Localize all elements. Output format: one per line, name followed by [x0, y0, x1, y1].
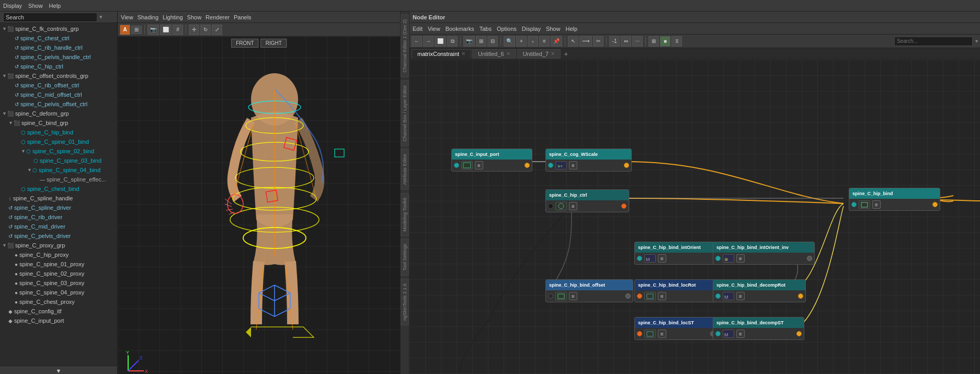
node-port-right[interactable]: [932, 202, 938, 207]
node-hip-bind-offset[interactable]: spine_C_hip_bind_offset ≡: [545, 279, 633, 302]
node-settings[interactable]: ≡: [658, 292, 666, 300]
list-item[interactable]: ▼ ⬛ spine_C_proxy_grp: [0, 241, 117, 250]
ne-toolbar-copy[interactable]: ⧉: [447, 36, 458, 47]
ne-toolbar-connect[interactable]: ⟶: [579, 36, 592, 47]
search-dropdown[interactable]: ▾: [99, 14, 102, 20]
menu-help[interactable]: Help: [49, 3, 61, 9]
toolbar-btn-perspective[interactable]: ⊞: [131, 26, 142, 34]
menu-display[interactable]: Display: [3, 3, 22, 9]
ne-toolbar-select[interactable]: ↖: [568, 36, 578, 47]
node-port-right[interactable]: [621, 203, 626, 209]
node-settings[interactable]: ≡: [658, 254, 666, 263]
list-item[interactable]: ↺ spine_C_mid_offset_ctrl: [0, 90, 117, 99]
sidebar-tab-ngskin[interactable]: ngSkinTools 2.1.6: [401, 279, 409, 325]
front-view-button[interactable]: FRONT: [231, 39, 258, 48]
tab-add-button[interactable]: +: [562, 50, 570, 58]
right-view-button[interactable]: RIGHT: [261, 39, 287, 48]
viewport-canvas[interactable]: FRONT RIGHT X Y Z persp 0.9 fps: [118, 37, 400, 374]
ne-toolbar-tab-graph[interactable]: ⬦: [528, 36, 538, 47]
list-item[interactable]: ⬡ spine_C_spine_01_bind: [0, 137, 117, 146]
toolbar-btn-frame[interactable]: ⬜: [160, 25, 172, 35]
node-hip-bind-decomp-rot[interactable]: spine_C_hip_bind_decompRot M ≡: [713, 279, 806, 302]
node-hip-bind-locrot[interactable]: spine_C_hip_bind_locRot ≡: [634, 279, 721, 302]
node-settings[interactable]: ≡: [569, 202, 577, 210]
outliner-content[interactable]: ▼ ⬛ spine_C_fk_controls_grp ↺ spine_C_ch…: [0, 23, 117, 367]
scroll-down-arrow[interactable]: ▼: [0, 367, 117, 374]
node-port-left[interactable]: [851, 202, 857, 207]
ne-toolbar-search-icon[interactable]: 🔍: [504, 36, 515, 47]
list-item[interactable]: — spine_C_spline_effec...: [0, 175, 117, 184]
list-item[interactable]: ↺ spine_C_spline_driver: [0, 203, 117, 212]
toolbar-btn-rotate[interactable]: ↻: [200, 25, 211, 35]
list-item[interactable]: ↺ spine_C_rib_driver: [0, 212, 117, 222]
list-item[interactable]: ⬡ spine_C_hip_bind: [0, 128, 117, 137]
list-item[interactable]: ● spine_C_spine_03_proxy: [0, 278, 117, 288]
node-canvas[interactable]: spine_C_input_port ≡ spine_C_cog_WScale: [409, 60, 980, 374]
ne-toolbar-grid[interactable]: ⊞: [648, 36, 659, 47]
node-port-right[interactable]: [798, 293, 803, 299]
ne-toolbar-forward[interactable]: →: [423, 36, 434, 47]
node-port-right[interactable]: [625, 293, 631, 299]
search-input[interactable]: [3, 13, 97, 22]
node-port-left[interactable]: [454, 163, 459, 168]
node-spine-c-hip-bind[interactable]: spine_C_hip_bind ≡: [849, 188, 940, 211]
ne-toolbar-filter[interactable]: ⧖: [671, 36, 682, 47]
list-item[interactable]: ↺ spine_C_pelvis_handle_ctrl: [0, 52, 117, 62]
ne-toolbar-frame-all[interactable]: ⊞: [476, 36, 486, 47]
node-port-left[interactable]: [715, 256, 721, 261]
list-item[interactable]: ● spine_C_chest_proxy: [0, 297, 117, 307]
list-item[interactable]: ↺ spine_C_rib_handle_ctrl: [0, 43, 117, 52]
node-port-right[interactable]: [525, 163, 530, 168]
node-settings[interactable]: ≡: [872, 200, 881, 209]
list-item[interactable]: ▼ ⬛ spine_C_offset_controls_grp: [0, 71, 117, 81]
ne-menu-edit[interactable]: Edit: [413, 26, 423, 32]
list-item[interactable]: ⬡ spine_C_chest_bind: [0, 184, 117, 194]
list-item[interactable]: ⬡ spine_C_spine_03_bind: [0, 156, 117, 165]
node-settings[interactable]: ≡: [736, 292, 745, 300]
tab-matrix-constraint[interactable]: matrixConstraint ✕: [412, 49, 471, 59]
list-item[interactable]: ↺ spine_C_pelvis_driver: [0, 231, 117, 241]
node-spine-c-cog-wscale[interactable]: spine_C_cog_WScale ×÷ ≡: [545, 149, 632, 172]
ne-toolbar-toggle-attr[interactable]: ≡: [539, 36, 550, 47]
list-item[interactable]: ▼ ⬛ spine_C_fk_controls_grp: [0, 24, 117, 33]
node-settings[interactable]: ≡: [569, 161, 577, 169]
node-port-right[interactable]: [624, 163, 629, 168]
node-settings[interactable]: ≡: [475, 161, 483, 169]
node-port-left[interactable]: [715, 293, 721, 299]
menu-renderer[interactable]: Renderer: [206, 14, 230, 20]
ne-toolbar-dots[interactable]: ···: [632, 36, 643, 47]
ne-menu-help[interactable]: Help: [565, 26, 577, 32]
tab-close-untitled6[interactable]: ✕: [506, 51, 510, 56]
menu-panels[interactable]: Panels: [234, 14, 252, 20]
toolbar-btn-grid[interactable]: #: [173, 25, 183, 35]
node-port-right[interactable]: [796, 331, 802, 336]
toolbar-btn-a[interactable]: A: [120, 25, 130, 35]
ne-toolbar-arrow[interactable]: ←: [412, 36, 422, 47]
list-item[interactable]: ▼ ⬡ spine_C_spine_04_bind: [0, 165, 117, 175]
list-item[interactable]: ◆ spine_C_config_itf: [0, 307, 117, 316]
ne-toolbar-arrows[interactable]: ⇔: [621, 36, 631, 47]
node-settings[interactable]: ≡: [736, 254, 745, 263]
node-port-left[interactable]: [548, 163, 553, 168]
node-spine-c-hip-ctrl[interactable]: spine_C_hip_ctrl ≡: [545, 189, 629, 212]
node-port-left[interactable]: [637, 331, 642, 336]
sidebar-tab-modeling[interactable]: Modeling Toolkit: [401, 193, 409, 236]
menu-lighting[interactable]: Lighting: [163, 14, 183, 20]
ne-toolbar-camera[interactable]: 📷: [463, 36, 475, 47]
list-item[interactable]: ▼ ⬛ spine_C_deform_grp: [0, 109, 117, 118]
node-port-left[interactable]: [548, 203, 553, 209]
ne-menu-bookmarks[interactable]: Bookmarks: [446, 26, 474, 32]
tab-close-untitled7[interactable]: ✕: [551, 51, 555, 56]
sidebar-tab-attribute[interactable]: Attribute Editor: [401, 149, 409, 190]
list-item[interactable]: ● spine_C_spine_02_proxy: [0, 269, 117, 278]
toolbar-btn-camera[interactable]: 📷: [147, 25, 159, 35]
ne-toolbar-highlight[interactable]: ■: [660, 36, 670, 47]
tab-close-matrix[interactable]: ✕: [461, 51, 465, 56]
list-item[interactable]: ● spine_C_spine_01_proxy: [0, 259, 117, 269]
node-port-left[interactable]: [548, 293, 553, 299]
ne-menu-options[interactable]: Options: [497, 26, 517, 32]
sidebar-tab-tool-settings[interactable]: Tool Settings: [401, 239, 409, 276]
menu-show-vp[interactable]: Show: [187, 14, 202, 20]
list-item[interactable]: ↺ spine_C_pelvis_offset_ctrl: [0, 99, 117, 109]
node-spine-c-input-port[interactable]: spine_C_input_port ≡: [451, 149, 532, 172]
